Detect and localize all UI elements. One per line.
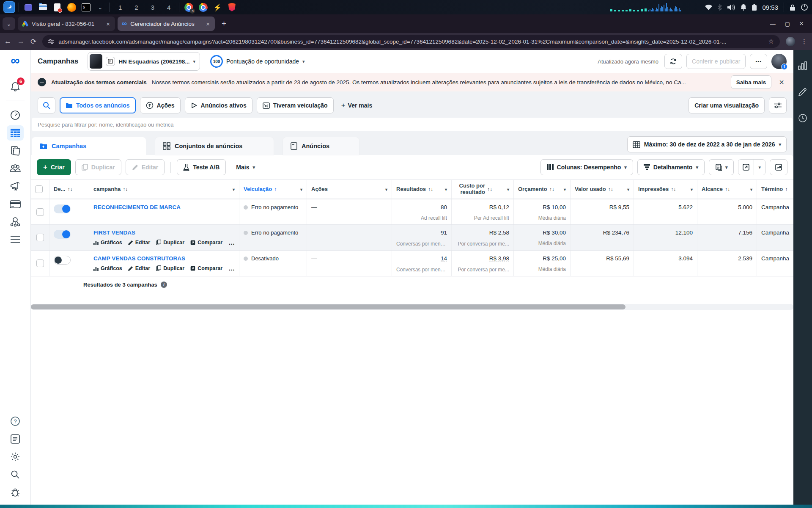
more-options-button[interactable]: ••• bbox=[750, 54, 767, 69]
sidebar-item-overview[interactable] bbox=[7, 108, 24, 123]
reload-button[interactable]: ⟳ bbox=[30, 37, 36, 46]
table-row[interactable]: RECONHECIMENTO DE MARCA Erro no pagament… bbox=[31, 199, 793, 224]
export-button[interactable] bbox=[738, 160, 754, 175]
campaign-toggle-off[interactable] bbox=[54, 256, 71, 265]
custo-value[interactable]: R$ 3,98 bbox=[489, 254, 509, 262]
more-actions-button[interactable]: Mais ▾ bbox=[230, 159, 261, 175]
chevron-down-icon[interactable]: ▾ bbox=[564, 187, 566, 192]
url-bar[interactable]: adsmanager.facebook.com/adsmanager/manag… bbox=[42, 35, 780, 48]
sidebar-item-pages[interactable] bbox=[7, 143, 24, 158]
row-checkbox[interactable] bbox=[36, 260, 44, 267]
bluetooth-icon[interactable] bbox=[718, 4, 722, 11]
site-settings-icon[interactable] bbox=[48, 39, 54, 44]
column-header-alcance[interactable]: Alcance↑↓ ▾ bbox=[697, 180, 757, 199]
campaign-toggle-on[interactable] bbox=[54, 204, 71, 213]
publish-button[interactable]: Conferir e publicar bbox=[686, 54, 746, 69]
breakdown-button[interactable]: Detalhamento ▾ bbox=[637, 159, 705, 175]
campaign-name-link[interactable]: RECONHECIMENTO DE MARCA bbox=[93, 203, 235, 210]
filter-chip-anuncios-ativos[interactable]: Anúncios ativos bbox=[185, 97, 252, 113]
notifications-button[interactable]: 6 bbox=[7, 79, 24, 94]
column-header-de[interactable]: De...↑↓ bbox=[49, 180, 89, 199]
columns-button[interactable]: Colunas: Desempenho ▾ bbox=[540, 159, 633, 175]
date-range-selector[interactable]: Máximo: 30 de dez de 2022 a 30 de jan de… bbox=[627, 136, 787, 152]
chrome-icon-badged[interactable]: 3 bbox=[184, 2, 194, 12]
filter-settings-button[interactable] bbox=[769, 97, 787, 113]
duplicate-button[interactable]: Duplicar bbox=[75, 159, 121, 175]
meta-logo[interactable]: ∞ bbox=[11, 54, 19, 67]
campaign-toggle-on[interactable] bbox=[54, 230, 71, 239]
table-row[interactable]: FIRST VENDAS Gráficos Editar Duplicar Co… bbox=[31, 224, 793, 250]
create-view-button[interactable]: Criar uma visualização bbox=[689, 97, 765, 113]
workspace-3[interactable]: 3 bbox=[147, 4, 159, 11]
tab-conjuntos-de-anuncios[interactable]: Conjuntos de anúncios bbox=[155, 137, 274, 155]
sidebar-item-ads[interactable] bbox=[7, 179, 24, 194]
filter-chip-acoes[interactable]: Ações bbox=[140, 97, 181, 113]
chrome-icon[interactable] bbox=[198, 2, 208, 12]
zap-app-icon[interactable]: ⚡ bbox=[212, 2, 222, 12]
brave-icon[interactable] bbox=[227, 2, 237, 12]
chevron-down-icon[interactable]: ▾ bbox=[445, 187, 447, 192]
kali-launcher-icon[interactable] bbox=[4, 2, 14, 12]
ab-test-button[interactable]: Teste A/B bbox=[177, 159, 226, 175]
edit-pencil-icon[interactable] bbox=[798, 87, 807, 97]
history-clock-icon[interactable] bbox=[798, 113, 807, 123]
learn-more-button[interactable]: Saiba mais bbox=[731, 75, 772, 89]
browser-menu-icon[interactable]: ⋮ bbox=[801, 38, 808, 45]
tab-close-icon[interactable]: × bbox=[205, 20, 211, 28]
campaign-name-link[interactable]: FIRST VENDAS bbox=[93, 228, 235, 236]
forward-button[interactable]: → bbox=[17, 37, 25, 46]
filter-chip-tiveram-veiculacao[interactable]: Tiveram veiculação bbox=[257, 97, 334, 113]
export-button-group[interactable]: ▾ bbox=[738, 159, 765, 175]
edit-action[interactable]: Editar bbox=[128, 240, 150, 246]
compare-action[interactable]: Comparar bbox=[190, 265, 222, 271]
column-header-impressoes[interactable]: Impressões↑↓ ▾ bbox=[634, 180, 697, 199]
tab-close-icon[interactable]: × bbox=[105, 20, 111, 28]
chevron-down-icon[interactable]: ▾ bbox=[691, 187, 693, 192]
opportunity-score[interactable]: 100 Pontuação de oportunidade ▾ bbox=[210, 55, 305, 68]
sidebar-item-ads-manager[interactable] bbox=[7, 125, 24, 141]
workspace-2[interactable]: 2 bbox=[130, 4, 142, 11]
sidebar-item-all-tools[interactable] bbox=[7, 232, 24, 247]
clock[interactable]: 09:53 bbox=[762, 4, 778, 11]
browser-profile-avatar[interactable] bbox=[786, 37, 795, 46]
row-checkbox[interactable] bbox=[36, 234, 44, 241]
compare-action[interactable]: Comparar bbox=[190, 240, 222, 246]
account-selector[interactable]: HN Esquadrias (2062198... ▾ bbox=[88, 52, 200, 71]
column-header-valor-usado[interactable]: Valor usado↑↓ ▾ bbox=[571, 180, 634, 199]
back-button[interactable]: ← bbox=[4, 37, 11, 46]
terminal-chevron-icon[interactable]: ⌄ bbox=[95, 2, 105, 12]
sidebar-item-billing[interactable] bbox=[7, 196, 24, 212]
edit-button[interactable]: Editar bbox=[126, 159, 165, 175]
column-header-orcamento[interactable]: Orçamento↑↓ ▾ bbox=[514, 180, 571, 199]
bookmark-star-icon[interactable]: ☆ bbox=[768, 38, 774, 45]
filter-chip-all-ads[interactable]: Todos os anúncios bbox=[60, 97, 136, 113]
chevron-down-icon[interactable]: ▾ bbox=[300, 187, 302, 192]
refresh-button[interactable] bbox=[664, 54, 682, 69]
column-header-acoes[interactable]: Ações ▾ bbox=[307, 180, 392, 199]
terminal-icon[interactable]: $_ bbox=[81, 2, 91, 12]
charts-action[interactable]: Gráficos bbox=[93, 265, 122, 271]
table-search-bar[interactable] bbox=[32, 118, 793, 131]
column-header-custo[interactable]: Custo por resultado↑↓ ▾ bbox=[452, 180, 514, 199]
firefox-icon[interactable] bbox=[66, 2, 77, 12]
workspace-1[interactable]: 1 bbox=[114, 4, 126, 11]
file-manager-icon[interactable] bbox=[38, 2, 48, 12]
performance-chart-icon[interactable] bbox=[798, 61, 807, 70]
settings-button[interactable] bbox=[7, 449, 24, 464]
lock-screen-icon[interactable] bbox=[790, 4, 796, 11]
report-bug-button[interactable] bbox=[7, 485, 24, 500]
scrollbar-thumb[interactable] bbox=[31, 304, 625, 309]
chevron-down-icon[interactable]: ▾ bbox=[233, 187, 235, 192]
charts-action[interactable]: Gráficos bbox=[93, 240, 122, 246]
column-header-campanha[interactable]: campanha↑↓ ▾ bbox=[89, 180, 239, 199]
chart-insights-button[interactable] bbox=[770, 159, 787, 175]
tab-campanhas[interactable]: Campanhas bbox=[32, 137, 146, 155]
custo-value[interactable]: R$ 2,58 bbox=[489, 228, 509, 236]
chevron-down-icon[interactable]: ▾ bbox=[507, 187, 509, 192]
window-maximize-button[interactable]: ▢ bbox=[785, 21, 790, 27]
table-row[interactable]: CAMP VENDAS CONSTRUTORAS Gráficos Editar… bbox=[31, 250, 793, 276]
edit-action[interactable]: Editar bbox=[128, 265, 150, 271]
select-all-checkbox[interactable] bbox=[35, 185, 43, 193]
column-header-termino[interactable]: Término↑ bbox=[757, 180, 793, 199]
close-banner-icon[interactable]: × bbox=[776, 77, 787, 87]
